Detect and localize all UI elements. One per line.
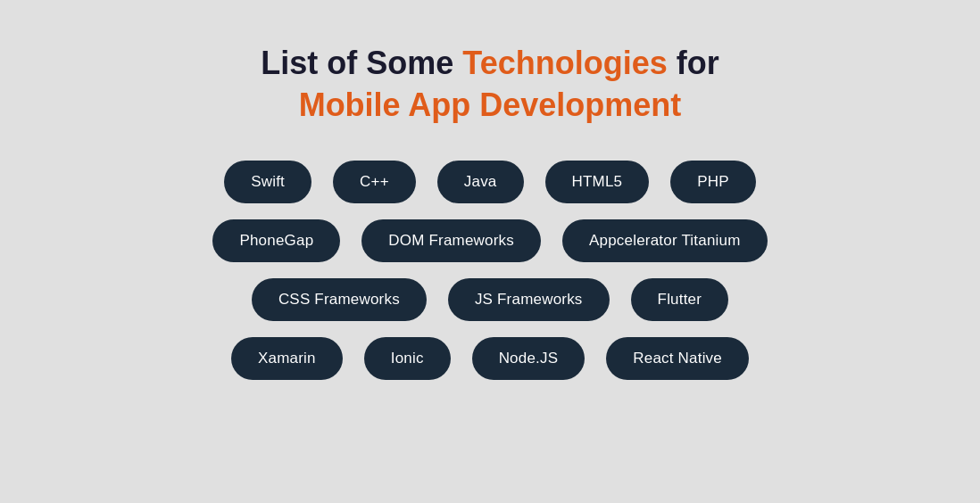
tag-node-js: Node.JS — [472, 337, 586, 380]
tags-container: SwiftC++JavaHTML5PHPPhoneGapDOM Framewor… — [0, 161, 980, 380]
tag-xamarin: Xamarin — [231, 337, 343, 380]
tag-java: Java — [437, 161, 524, 203]
tags-row-1: PhoneGapDOM FrameworksAppcelerator Titan… — [212, 219, 767, 262]
tag-phonegap: PhoneGap — [212, 219, 340, 262]
tags-row-0: SwiftC++JavaHTML5PHP — [224, 161, 756, 203]
tag-dom-frameworks: DOM Frameworks — [361, 219, 541, 262]
title-suffix: for — [668, 45, 719, 81]
tag-appcelerator-titanium: Appcelerator Titanium — [562, 219, 768, 262]
tag-css-frameworks: CSS Frameworks — [252, 278, 427, 321]
tag-php: PHP — [670, 161, 756, 203]
title-line2: Mobile App Development — [261, 85, 718, 127]
title-prefix: List of Some — [261, 45, 462, 81]
tag-cplusplus: C++ — [333, 161, 416, 203]
tag-html5: HTML5 — [545, 161, 650, 203]
tag-js-frameworks: JS Frameworks — [448, 278, 610, 321]
tags-row-3: XamarinIonicNode.JSReact Native — [231, 337, 749, 380]
title-section: List of Some Technologies for Mobile App… — [261, 43, 718, 127]
tag-swift: Swift — [224, 161, 311, 203]
tags-row-2: CSS FrameworksJS FrameworksFlutter — [252, 278, 728, 321]
tag-react-native: React Native — [606, 337, 749, 380]
tag-flutter: Flutter — [631, 278, 729, 321]
title-highlight: Technologies — [462, 45, 667, 81]
tag-ionic: Ionic — [364, 337, 451, 380]
